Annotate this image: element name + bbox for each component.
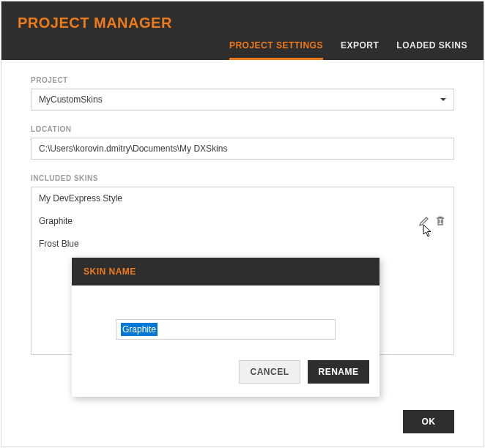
project-label: PROJECT	[31, 76, 454, 84]
skin-name: Graphite	[39, 216, 73, 226]
project-select-value: MyCustomSkins	[39, 94, 103, 105]
skin-name: My DevExpress Style	[39, 193, 122, 204]
page-title: PROJECT MANAGER	[18, 15, 172, 31]
rename-dialog: SKIN NAME Graphite CANCEL RENAME	[72, 258, 380, 397]
tabs: PROJECT SETTINGS EXPORT LOADED SKINS	[229, 38, 467, 60]
location-label: LOCATION	[31, 125, 454, 133]
skin-name-input-value: Graphite	[121, 323, 158, 336]
list-item[interactable]: Frost Blue	[32, 233, 453, 255]
tab-project-settings[interactable]: PROJECT SETTINGS	[229, 40, 323, 60]
list-item[interactable]: Graphite	[32, 209, 453, 233]
trash-icon[interactable]	[434, 215, 446, 227]
list-item[interactable]: My DevExpress Style	[32, 187, 453, 209]
ok-button[interactable]: OK	[403, 410, 454, 433]
included-skins-label: INCLUDED SKINS	[31, 174, 454, 182]
project-select[interactable]: MyCustomSkins	[31, 89, 454, 111]
dialog-title: SKIN NAME	[72, 258, 380, 285]
tab-loaded-skins[interactable]: LOADED SKINS	[396, 40, 467, 60]
cancel-button[interactable]: CANCEL	[239, 360, 300, 384]
rename-button[interactable]: RENAME	[308, 360, 369, 384]
window-header: PROJECT MANAGER PROJECT SETTINGS EXPORT …	[1, 1, 484, 60]
location-input[interactable]: C:\Users\korovin.dmitry\Documents\My DXS…	[31, 138, 454, 160]
chevron-down-icon	[440, 98, 446, 101]
location-value: C:\Users\korovin.dmitry\Documents\My DXS…	[39, 143, 227, 154]
tab-export[interactable]: EXPORT	[341, 40, 379, 60]
skin-name: Frost Blue	[39, 239, 79, 249]
skin-name-input[interactable]: Graphite	[116, 319, 336, 340]
pencil-icon[interactable]	[418, 215, 430, 227]
